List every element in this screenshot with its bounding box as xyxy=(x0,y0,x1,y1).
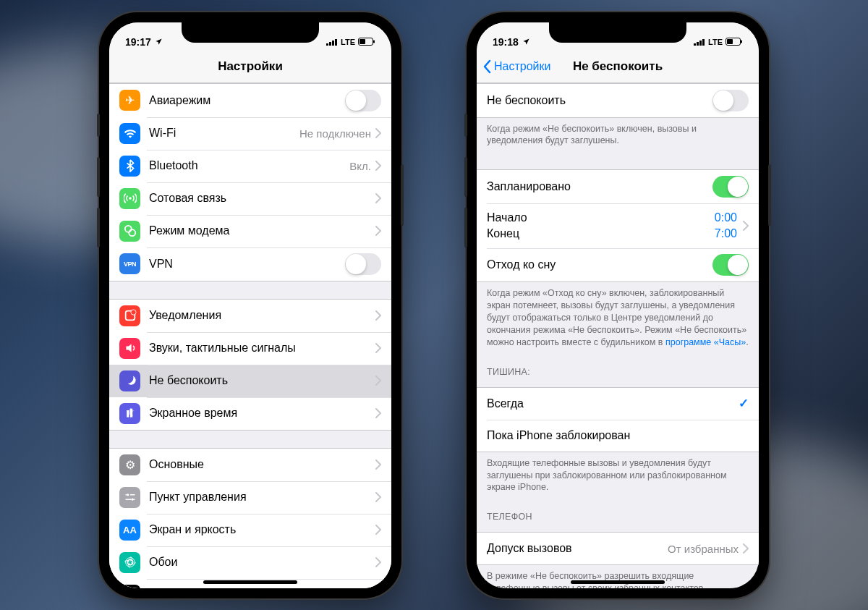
silence-always-row[interactable]: Всегда ✓ xyxy=(477,388,759,420)
screen-right: 19:18 LTE Настройки Не беспокоить Не бес… xyxy=(477,22,759,588)
svg-point-9 xyxy=(129,229,135,236)
dnd-toggle-row[interactable]: Не беспокоить xyxy=(477,84,759,117)
row-label: Звуки, тактильные сигналы xyxy=(149,342,375,355)
row-основные[interactable]: ⚙Основные xyxy=(109,449,391,481)
allow-calls-value: От избранных xyxy=(668,543,739,555)
dnd-icon xyxy=(119,370,140,391)
bluetooth-icon xyxy=(119,156,140,177)
row-label: Не беспокоить xyxy=(149,374,375,387)
row-label: Уведомления xyxy=(149,309,375,322)
row-уведомления[interactable]: Уведомления xyxy=(109,300,391,332)
location-icon xyxy=(522,36,530,48)
row-режим-модема[interactable]: Режим модема xyxy=(109,215,391,247)
sound-icon xyxy=(119,338,140,359)
home-indicator[interactable] xyxy=(571,580,665,584)
toggle[interactable] xyxy=(345,253,381,275)
scheduled-row[interactable]: Запланировано xyxy=(477,170,759,203)
wifi-icon xyxy=(119,123,140,144)
control-icon xyxy=(119,487,140,508)
clock-app-link[interactable]: программе «Часы» xyxy=(665,337,746,347)
settings-list[interactable]: ✈АвиарежимWi-FiНе подключенBluetoothВкл.… xyxy=(109,83,391,588)
battery-icon xyxy=(358,38,375,46)
row-label: Авиарежим xyxy=(149,94,345,107)
allow-calls-footnote: В режиме «Не беспокоить» разрешить входя… xyxy=(477,565,759,588)
dnd-footnote: Когда режим «Не беспокоить» включен, выз… xyxy=(477,118,759,153)
row-label: Bluetooth xyxy=(149,159,349,172)
chevron-right-icon xyxy=(743,221,749,231)
chevron-right-icon xyxy=(743,543,749,554)
row-обои[interactable]: Обои xyxy=(109,546,391,579)
row-label: VPN xyxy=(149,258,345,271)
begin-label: Начало xyxy=(487,211,527,224)
carrier: LTE xyxy=(341,38,355,46)
row-сотовая-связь[interactable]: Сотовая связь xyxy=(109,182,391,215)
dnd-toggle[interactable] xyxy=(712,90,749,111)
svg-point-7 xyxy=(129,197,132,200)
svg-rect-22 xyxy=(702,39,705,46)
chevron-right-icon xyxy=(375,459,381,470)
hotspot-icon xyxy=(119,221,140,242)
check-icon: ✓ xyxy=(739,396,749,411)
silence-locked-row[interactable]: Пока iPhone заблокирован xyxy=(477,420,759,452)
chevron-right-icon xyxy=(375,310,381,321)
notch xyxy=(549,22,686,43)
row-экран-и-яркость[interactable]: AAЭкран и яркость xyxy=(109,514,391,546)
silence-footnote: Входящие телефонные вызовы и уведомления… xyxy=(477,452,759,499)
page-title: Не беспокоить xyxy=(573,59,663,74)
row-bluetooth[interactable]: BluetoothВкл. xyxy=(109,150,391,182)
back-button[interactable]: Настройки xyxy=(482,59,550,74)
silence-always-label: Всегда xyxy=(487,397,739,410)
signal-icon xyxy=(326,38,338,46)
chevron-right-icon xyxy=(375,343,381,353)
svg-rect-6 xyxy=(359,39,365,44)
svg-rect-12 xyxy=(127,410,129,418)
svg-rect-20 xyxy=(697,42,699,46)
chevron-right-icon xyxy=(375,161,381,171)
row-авиарежим[interactable]: ✈Авиарежим xyxy=(109,84,391,117)
battery-icon xyxy=(726,38,743,46)
row-vpn[interactable]: VPNVPN xyxy=(109,247,391,281)
vpn-icon: VPN xyxy=(119,253,140,274)
row-label: Основные xyxy=(149,458,375,471)
airplane-icon: ✈ xyxy=(119,90,140,111)
bedtime-row[interactable]: Отход ко сну xyxy=(477,248,759,281)
row-экранное-время[interactable]: Экранное время xyxy=(109,397,391,430)
svg-rect-24 xyxy=(741,40,742,43)
bedtime-label: Отход ко сну xyxy=(487,258,712,271)
svg-point-8 xyxy=(124,226,131,232)
display-icon: AA xyxy=(119,520,140,541)
schedule-times-row[interactable]: Начало0:00 Конец7:00 xyxy=(477,203,759,248)
screentime-icon xyxy=(119,403,140,424)
scheduled-label: Запланировано xyxy=(487,180,712,193)
scheduled-toggle[interactable] xyxy=(712,176,749,198)
cell-icon xyxy=(119,188,140,209)
wallpaper-icon xyxy=(119,552,140,573)
dnd-list[interactable]: Не беспокоить Когда режим «Не беспокоить… xyxy=(477,83,759,588)
svg-rect-0 xyxy=(326,43,328,46)
notify-icon xyxy=(119,305,140,326)
svg-rect-13 xyxy=(130,409,132,418)
svg-point-11 xyxy=(130,310,135,315)
chevron-right-icon xyxy=(375,557,381,567)
screen-left: 19:17 LTE Настройки ✈АвиарежимWi-FiНе по… xyxy=(109,22,391,588)
allow-calls-row[interactable]: Допуск вызовов От избранных xyxy=(477,533,759,564)
row-пункт-управления[interactable]: Пункт управления xyxy=(109,481,391,514)
general-icon: ⚙ xyxy=(119,454,140,475)
home-indicator[interactable] xyxy=(203,580,297,584)
row-wi-fi[interactable]: Wi-FiНе подключен xyxy=(109,117,391,150)
toggle[interactable] xyxy=(345,90,381,111)
row-value: Не подключен xyxy=(299,127,371,140)
chevron-right-icon xyxy=(375,128,381,138)
phone-header: ТЕЛЕФОН xyxy=(477,499,759,526)
phone-right: 19:18 LTE Настройки Не беспокоить Не бес… xyxy=(467,12,769,598)
row-звуки-тактильные-сигналы[interactable]: Звуки, тактильные сигналы xyxy=(109,332,391,365)
bedtime-footnote: Когда режим «Отход ко сну» включен, забл… xyxy=(477,282,759,353)
end-label: Конец xyxy=(487,227,519,240)
bedtime-toggle[interactable] xyxy=(712,254,749,276)
siri-icon xyxy=(119,585,140,588)
row-не-беспокоить[interactable]: Не беспокоить xyxy=(109,365,391,397)
svg-point-14 xyxy=(127,493,129,496)
dnd-label: Не беспокоить xyxy=(487,94,712,107)
carrier: LTE xyxy=(708,38,723,46)
page-title: Настройки xyxy=(218,59,283,74)
